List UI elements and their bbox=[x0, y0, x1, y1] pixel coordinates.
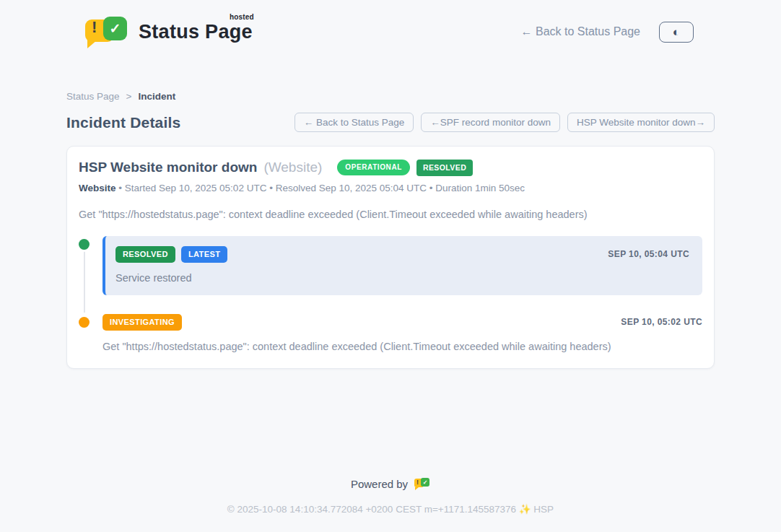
meta-resolved: • Resolved Sep 10, 2025 05:04 UTC bbox=[269, 183, 427, 193]
status-page-logo-icon: ! ✓ bbox=[85, 15, 130, 48]
logo-bubble-green: ✓ bbox=[103, 17, 127, 40]
prev-incident-button[interactable]: ←SPF record monitor down bbox=[421, 113, 560, 132]
timeline-badges-row: INVESTIGATING SEP 10, 05:02 UTC bbox=[102, 314, 702, 331]
header-actions: ← Back to Status Page ◐ bbox=[521, 22, 694, 43]
timeline-badges-row: RESOLVED LATEST SEP 10, 05:04 UTC bbox=[115, 246, 689, 263]
copyright-text: © 2025-10-08 14:10:34.772084 +0200 CEST … bbox=[0, 503, 781, 515]
breadcrumb: Status Page > Incident bbox=[66, 91, 715, 102]
footer: Powered by ! ✓ © 2025-10-08 14:10:34.772… bbox=[0, 477, 781, 532]
brand-logo[interactable]: ! ✓ Status Pagehosted bbox=[85, 15, 253, 48]
incident-nav-buttons: ← Back to Status Page ←SPF record monito… bbox=[294, 113, 715, 132]
page-title: Incident Details bbox=[66, 114, 180, 131]
timeline-dot-green bbox=[79, 239, 90, 250]
mini-check-icon: ✓ bbox=[423, 479, 428, 486]
title-row: Incident Details ← Back to Status Page ←… bbox=[66, 113, 715, 132]
powered-by-link[interactable]: Powered by ! ✓ bbox=[351, 477, 430, 491]
meta-component: Website bbox=[79, 183, 116, 193]
brand-superscript: hosted bbox=[230, 13, 254, 21]
incident-timeline: RESOLVED LATEST SEP 10, 05:04 UTC Servic… bbox=[79, 236, 702, 352]
investigating-status-badge: INVESTIGATING bbox=[102, 314, 182, 331]
latest-status-badge: LATEST bbox=[181, 246, 227, 263]
timeline-entry-resolved: RESOLVED LATEST SEP 10, 05:04 UTC Servic… bbox=[79, 236, 702, 295]
timeline-timestamp: SEP 10, 05:04 UTC bbox=[608, 249, 689, 259]
theme-toggle-button[interactable]: ◐ bbox=[659, 22, 694, 43]
meta-started: • Started Sep 10, 2025 05:02 UTC bbox=[118, 183, 266, 193]
incident-description: Get "https://hostedstatus.page": context… bbox=[79, 209, 702, 220]
status-page-mini-logo-icon: ! ✓ bbox=[414, 477, 430, 491]
brand-name: Status Pagehosted bbox=[139, 21, 253, 43]
timeline-timestamp: SEP 10, 05:02 UTC bbox=[621, 317, 702, 327]
incident-card-header: HSP Website monitor down (Website) OPERA… bbox=[79, 160, 702, 176]
powered-by-label: Powered by bbox=[351, 478, 408, 490]
mini-exclamation-icon: ! bbox=[416, 479, 419, 486]
next-incident-button[interactable]: HSP Website monitor down→ bbox=[567, 113, 715, 132]
timeline-entry-plain: INVESTIGATING SEP 10, 05:02 UTC Get "htt… bbox=[102, 314, 702, 352]
header-back-link[interactable]: ← Back to Status Page bbox=[521, 25, 640, 38]
breadcrumb-incident: Incident bbox=[138, 91, 175, 102]
check-icon: ✓ bbox=[110, 20, 121, 37]
theme-toggle-icon: ◐ bbox=[673, 26, 680, 38]
resolved-badge: RESOLVED bbox=[416, 160, 473, 176]
operational-badge: OPERATIONAL bbox=[337, 160, 410, 175]
breadcrumb-status-page[interactable]: Status Page bbox=[66, 91, 120, 102]
incident-component: (Website) bbox=[263, 160, 322, 175]
meta-duration: • Duration 1min 50sec bbox=[429, 183, 525, 193]
timeline-entry-investigating: INVESTIGATING SEP 10, 05:02 UTC Get "htt… bbox=[79, 314, 702, 352]
timeline-dot-orange bbox=[79, 317, 90, 328]
main-content: Status Page > Incident Incident Details … bbox=[66, 55, 715, 369]
back-to-status-page-button[interactable]: ← Back to Status Page bbox=[294, 113, 414, 132]
resolved-status-badge: RESOLVED bbox=[115, 246, 175, 263]
exclamation-icon: ! bbox=[92, 18, 97, 37]
incident-meta: Website • Started Sep 10, 2025 05:02 UTC… bbox=[79, 183, 702, 193]
incident-card: HSP Website monitor down (Website) OPERA… bbox=[66, 146, 715, 369]
breadcrumb-separator: > bbox=[126, 91, 132, 102]
header: ! ✓ Status Pagehosted ← Back to Status P… bbox=[0, 0, 781, 55]
incident-title: HSP Website monitor down bbox=[79, 160, 257, 175]
timeline-entry-card: RESOLVED LATEST SEP 10, 05:04 UTC Servic… bbox=[102, 236, 702, 295]
timeline-message: Get "https://hostedstatus.page": context… bbox=[102, 341, 702, 352]
timeline-message: Service restored bbox=[115, 272, 689, 284]
mini-bubble-green: ✓ bbox=[421, 478, 429, 487]
